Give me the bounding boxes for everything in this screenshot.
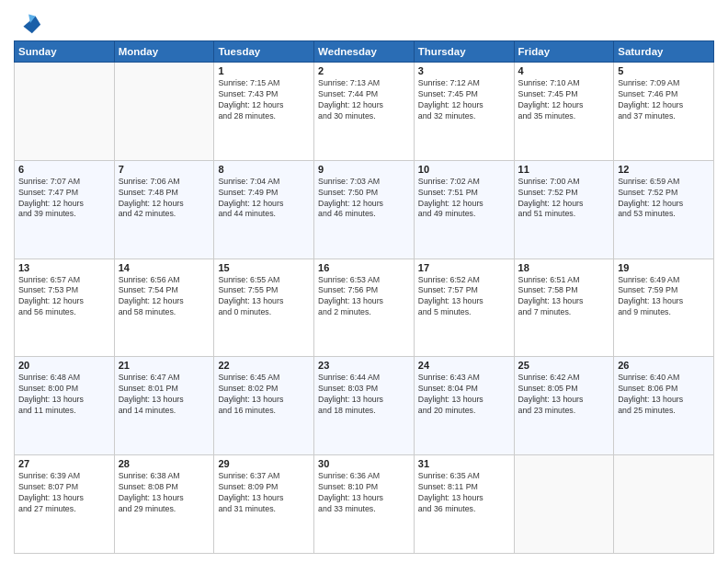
calendar-cell: 13Sunrise: 6:57 AM Sunset: 7:53 PM Dayli… (15, 259, 115, 357)
day-info: Sunrise: 7:06 AM Sunset: 7:48 PM Dayligh… (119, 177, 210, 221)
day-number: 14 (119, 262, 210, 273)
day-info: Sunrise: 7:00 AM Sunset: 7:52 PM Dayligh… (518, 177, 610, 221)
day-number: 8 (218, 164, 310, 175)
calendar-cell (114, 63, 214, 161)
calendar-header-monday: Monday (114, 41, 214, 63)
day-number: 12 (618, 164, 710, 175)
day-info: Sunrise: 7:07 AM Sunset: 7:47 PM Dayligh… (18, 177, 110, 221)
calendar-header-row: SundayMondayTuesdayWednesdayThursdayFrid… (15, 41, 714, 63)
calendar-table: SundayMondayTuesdayWednesdayThursdayFrid… (14, 40, 714, 554)
logo (14, 9, 42, 35)
day-number: 15 (218, 262, 310, 273)
day-info: Sunrise: 6:56 AM Sunset: 7:54 PM Dayligh… (119, 275, 210, 319)
day-info: Sunrise: 6:36 AM Sunset: 8:10 PM Dayligh… (318, 471, 410, 515)
day-info: Sunrise: 6:59 AM Sunset: 7:52 PM Dayligh… (618, 177, 710, 221)
day-number: 11 (518, 164, 610, 175)
calendar-cell: 4Sunrise: 7:10 AM Sunset: 7:45 PM Daylig… (514, 63, 614, 161)
calendar-cell: 20Sunrise: 6:48 AM Sunset: 8:00 PM Dayli… (15, 357, 115, 455)
day-number: 3 (418, 65, 510, 76)
calendar-cell: 14Sunrise: 6:56 AM Sunset: 7:54 PM Dayli… (114, 259, 214, 357)
day-info: Sunrise: 6:53 AM Sunset: 7:56 PM Dayligh… (318, 275, 410, 319)
calendar-cell: 27Sunrise: 6:39 AM Sunset: 8:07 PM Dayli… (15, 455, 115, 554)
calendar-cell: 23Sunrise: 6:44 AM Sunset: 8:03 PM Dayli… (314, 357, 415, 455)
calendar-cell: 5Sunrise: 7:09 AM Sunset: 7:46 PM Daylig… (614, 63, 714, 161)
calendar-cell: 2Sunrise: 7:13 AM Sunset: 7:44 PM Daylig… (314, 63, 415, 161)
day-number: 7 (119, 164, 210, 175)
calendar-cell: 12Sunrise: 6:59 AM Sunset: 7:52 PM Dayli… (614, 160, 714, 259)
calendar-cell (614, 455, 714, 554)
calendar-cell: 31Sunrise: 6:35 AM Sunset: 8:11 PM Dayli… (414, 455, 514, 554)
calendar-week-row: 1Sunrise: 7:15 AM Sunset: 7:43 PM Daylig… (15, 63, 714, 161)
day-number: 24 (418, 360, 510, 371)
calendar-cell: 19Sunrise: 6:49 AM Sunset: 7:59 PM Dayli… (614, 259, 714, 357)
calendar-cell: 29Sunrise: 6:37 AM Sunset: 8:09 PM Dayli… (214, 455, 314, 554)
day-info: Sunrise: 6:42 AM Sunset: 8:05 PM Dayligh… (518, 373, 610, 417)
calendar-header-sunday: Sunday (15, 41, 115, 63)
day-number: 16 (318, 262, 410, 273)
calendar-cell: 30Sunrise: 6:36 AM Sunset: 8:10 PM Dayli… (314, 455, 415, 554)
day-info: Sunrise: 7:03 AM Sunset: 7:50 PM Dayligh… (318, 177, 410, 221)
calendar-header-thursday: Thursday (414, 41, 514, 63)
day-number: 30 (318, 458, 410, 469)
day-info: Sunrise: 6:44 AM Sunset: 8:03 PM Dayligh… (318, 373, 410, 417)
day-number: 26 (618, 360, 710, 371)
day-info: Sunrise: 7:15 AM Sunset: 7:43 PM Dayligh… (218, 78, 310, 122)
header (14, 9, 714, 35)
day-number: 18 (518, 262, 610, 273)
day-info: Sunrise: 6:52 AM Sunset: 7:57 PM Dayligh… (418, 275, 510, 319)
calendar-cell: 18Sunrise: 6:51 AM Sunset: 7:58 PM Dayli… (514, 259, 614, 357)
day-number: 31 (418, 458, 510, 469)
calendar-week-row: 27Sunrise: 6:39 AM Sunset: 8:07 PM Dayli… (15, 455, 714, 554)
day-number: 23 (318, 360, 410, 371)
day-number: 21 (119, 360, 210, 371)
calendar-week-row: 13Sunrise: 6:57 AM Sunset: 7:53 PM Dayli… (15, 259, 714, 357)
day-info: Sunrise: 7:09 AM Sunset: 7:46 PM Dayligh… (618, 78, 710, 122)
day-number: 13 (18, 262, 110, 273)
day-info: Sunrise: 6:57 AM Sunset: 7:53 PM Dayligh… (18, 275, 110, 319)
day-info: Sunrise: 6:55 AM Sunset: 7:55 PM Dayligh… (218, 275, 310, 319)
day-info: Sunrise: 6:40 AM Sunset: 8:06 PM Dayligh… (618, 373, 710, 417)
day-number: 6 (18, 164, 110, 175)
calendar-cell: 3Sunrise: 7:12 AM Sunset: 7:45 PM Daylig… (414, 63, 514, 161)
day-number: 9 (318, 164, 410, 175)
day-info: Sunrise: 7:13 AM Sunset: 7:44 PM Dayligh… (318, 78, 410, 122)
day-info: Sunrise: 6:38 AM Sunset: 8:08 PM Dayligh… (119, 471, 210, 515)
day-info: Sunrise: 6:51 AM Sunset: 7:58 PM Dayligh… (518, 275, 610, 319)
day-info: Sunrise: 6:39 AM Sunset: 8:07 PM Dayligh… (18, 471, 110, 515)
day-number: 27 (18, 458, 110, 469)
day-info: Sunrise: 6:37 AM Sunset: 8:09 PM Dayligh… (218, 471, 310, 515)
calendar-cell: 21Sunrise: 6:47 AM Sunset: 8:01 PM Dayli… (114, 357, 214, 455)
day-info: Sunrise: 6:47 AM Sunset: 8:01 PM Dayligh… (119, 373, 210, 417)
calendar-cell: 26Sunrise: 6:40 AM Sunset: 8:06 PM Dayli… (614, 357, 714, 455)
day-info: Sunrise: 6:45 AM Sunset: 8:02 PM Dayligh… (218, 373, 310, 417)
day-number: 17 (418, 262, 510, 273)
logo-icon (17, 9, 42, 35)
calendar-header-saturday: Saturday (614, 41, 714, 63)
day-number: 5 (618, 65, 710, 76)
day-info: Sunrise: 6:49 AM Sunset: 7:59 PM Dayligh… (618, 275, 710, 319)
calendar-cell: 10Sunrise: 7:02 AM Sunset: 7:51 PM Dayli… (414, 160, 514, 259)
day-number: 25 (518, 360, 610, 371)
calendar-cell: 11Sunrise: 7:00 AM Sunset: 7:52 PM Dayli… (514, 160, 614, 259)
calendar-cell: 28Sunrise: 6:38 AM Sunset: 8:08 PM Dayli… (114, 455, 214, 554)
day-number: 29 (218, 458, 310, 469)
calendar-cell: 7Sunrise: 7:06 AM Sunset: 7:48 PM Daylig… (114, 160, 214, 259)
calendar-header-wednesday: Wednesday (314, 41, 415, 63)
calendar-cell (15, 63, 115, 161)
page: SundayMondayTuesdayWednesdayThursdayFrid… (0, 0, 728, 563)
calendar-week-row: 20Sunrise: 6:48 AM Sunset: 8:00 PM Dayli… (15, 357, 714, 455)
calendar-cell: 15Sunrise: 6:55 AM Sunset: 7:55 PM Dayli… (214, 259, 314, 357)
day-number: 20 (18, 360, 110, 371)
day-number: 1 (218, 65, 310, 76)
calendar-cell: 9Sunrise: 7:03 AM Sunset: 7:50 PM Daylig… (314, 160, 415, 259)
day-info: Sunrise: 6:43 AM Sunset: 8:04 PM Dayligh… (418, 373, 510, 417)
day-number: 22 (218, 360, 310, 371)
calendar-cell: 16Sunrise: 6:53 AM Sunset: 7:56 PM Dayli… (314, 259, 415, 357)
day-number: 10 (418, 164, 510, 175)
calendar-header-tuesday: Tuesday (214, 41, 314, 63)
calendar-cell: 6Sunrise: 7:07 AM Sunset: 7:47 PM Daylig… (15, 160, 115, 259)
calendar-cell: 1Sunrise: 7:15 AM Sunset: 7:43 PM Daylig… (214, 63, 314, 161)
day-number: 2 (318, 65, 410, 76)
day-info: Sunrise: 6:35 AM Sunset: 8:11 PM Dayligh… (418, 471, 510, 515)
calendar-cell: 25Sunrise: 6:42 AM Sunset: 8:05 PM Dayli… (514, 357, 614, 455)
